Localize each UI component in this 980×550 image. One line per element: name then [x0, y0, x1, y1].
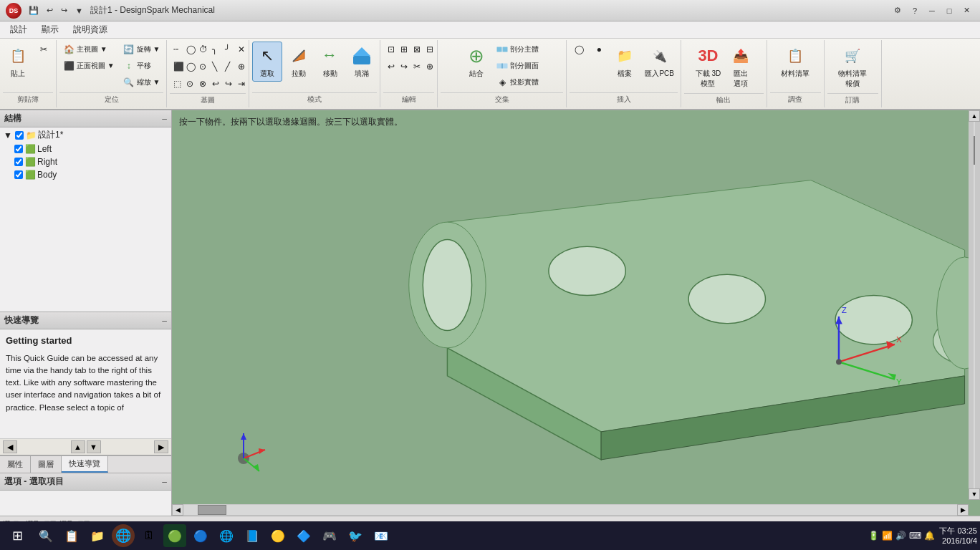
menu-view[interactable]: 顯示 [34, 22, 66, 37]
combine-button[interactable]: ⊕ 結合 [461, 42, 491, 82]
zoom-button[interactable]: 🔍 縮放 ▼ [120, 74, 164, 90]
qat-dropdown[interactable]: ▼ [72, 5, 86, 16]
import-pcb-button[interactable]: 🔌 匯入PCB [641, 42, 678, 82]
viewport[interactable]: 按一下物件。按兩下以選取邊緣迴圈。按三下以選取實體。 [172, 110, 980, 516]
home-view-button[interactable]: 🏠 主視圖 ▼ [59, 42, 118, 57]
pan-button[interactable]: ↕ 平移 [120, 58, 164, 74]
tree-item-left[interactable]: 🟩 Left [0, 143, 171, 155]
split-body-button[interactable]: 剖分主體 [493, 42, 542, 57]
scroll-right-button[interactable]: ▶ [957, 504, 969, 516]
quickguide-next-button[interactable]: ▶ [154, 440, 168, 453]
structure-collapse-button[interactable]: – [162, 114, 167, 124]
quickguide-scroll-up[interactable]: ▲ [71, 440, 85, 453]
taskbar-bird-icon[interactable]: 🐦 [344, 524, 367, 547]
base-tool-4[interactable]: ╮ [208, 42, 220, 57]
taskbar-explorer-icon[interactable]: 📁 [86, 524, 109, 547]
base-tool-1[interactable]: ╌ [170, 42, 181, 57]
base-tool-7[interactable]: ⬛ [170, 59, 181, 74]
base-tool-3[interactable]: ⏱ [196, 42, 207, 57]
fill-button[interactable]: 填滿 [347, 42, 377, 82]
scroll-right-track[interactable] [974, 122, 975, 488]
base-tool-14[interactable]: ⊙ [183, 76, 194, 92]
start-button[interactable]: ⊞ [3, 524, 32, 547]
insert-circle-button[interactable]: ◯ [570, 42, 588, 57]
minimize-button[interactable]: ─ [924, 4, 940, 18]
taskbar-ie-icon[interactable]: 🌐 [215, 524, 238, 547]
quickguide-prev-button[interactable]: ◀ [3, 440, 17, 453]
taskbar-task-view-icon[interactable]: 📋 [60, 524, 83, 547]
quickguide-scroll-down[interactable]: ▼ [87, 440, 101, 453]
base-tool-5[interactable]: ╯ [221, 42, 233, 57]
bom-button[interactable]: 📋 材料清單 [777, 42, 813, 82]
taskbar-search-icon[interactable]: 🔍 [34, 524, 57, 547]
base-tool-6[interactable]: ✕ [234, 42, 246, 57]
tab-properties[interactable]: 屬性 [0, 456, 31, 473]
left-checkbox[interactable] [14, 145, 23, 153]
tab-layers[interactable]: 圖層 [31, 456, 62, 473]
undo-button[interactable]: ↩ [44, 4, 56, 16]
export-options-button[interactable]: 📤 匯出選項 [726, 42, 756, 92]
edit-tool-2[interactable]: ⊞ [397, 42, 408, 57]
project-solid-button[interactable]: ◈ 投影實體 [493, 74, 542, 90]
taskbar-diamond-icon[interactable]: 🔷 [292, 524, 315, 547]
tree-item-right[interactable]: 🟩 Right [0, 155, 171, 168]
taskbar-calendar-icon[interactable]: 🗓 [138, 524, 160, 547]
cut-button[interactable]: ✂ [34, 42, 53, 57]
tree-item-body[interactable]: 🟩 Body [0, 168, 171, 181]
redo-button[interactable]: ↪ [58, 4, 70, 16]
base-tool-11[interactable]: ╱ [221, 59, 233, 74]
edit-tool-3[interactable]: ⊠ [410, 42, 421, 57]
split-face-button[interactable]: 剖分圖面 [493, 58, 542, 74]
save-button[interactable]: 💾 [26, 4, 42, 16]
base-tool-9[interactable]: ⊙ [196, 59, 207, 74]
scroll-right-thumb[interactable] [974, 136, 975, 165]
selection-collapse-button[interactable]: – [162, 477, 167, 487]
pull-button[interactable]: 拉動 [284, 42, 314, 82]
rotate-button[interactable]: 🔄 旋轉 ▼ [120, 42, 164, 57]
scroll-left-button[interactable]: ◀ [172, 504, 183, 516]
edit-tool-5[interactable]: ↩ [384, 59, 395, 74]
scroll-bottom-track[interactable] [183, 505, 957, 515]
base-tool-12[interactable]: ⊕ [234, 59, 246, 74]
menu-help[interactable]: 說明資源 [66, 22, 115, 37]
base-tool-16[interactable]: ↩ [208, 76, 220, 92]
edit-tool-6[interactable]: ↪ [397, 59, 408, 74]
base-tool-2[interactable]: ◯ [183, 42, 194, 57]
select-mode-button[interactable]: ↖ 選取 [252, 42, 282, 82]
viewport-scrollbar-bottom[interactable]: ◀ ▶ [172, 504, 969, 516]
move-button[interactable]: ↔ 移動 [315, 42, 345, 82]
help-icon[interactable]: ? [907, 4, 923, 18]
viewport-scrollbar-right[interactable]: ▲ ▼ [969, 110, 980, 500]
tree-item-design1[interactable]: ▼ 📁 設計1* [0, 127, 171, 143]
insert-dot-button[interactable]: ● [590, 42, 608, 57]
right-checkbox[interactable] [14, 158, 23, 166]
notification-icon[interactable]: 🔔 [924, 531, 935, 541]
taskbar-blue-icon[interactable]: 🔵 [189, 524, 212, 547]
scroll-up-button[interactable]: ▲ [969, 110, 980, 122]
base-tool-13[interactable]: ⬚ [170, 76, 181, 92]
menu-design[interactable]: 設計 [3, 22, 34, 37]
quickguide-collapse-button[interactable]: – [162, 316, 167, 326]
scroll-down-button[interactable]: ▼ [969, 488, 980, 500]
taskbar-green-icon[interactable]: 🟢 [163, 524, 186, 547]
edit-tool-8[interactable]: ⊕ [423, 59, 434, 74]
taskbar-chrome-icon[interactable]: 🌐 [112, 524, 135, 547]
taskbar-game-icon[interactable]: 🎮 [318, 524, 341, 547]
taskbar-yellow-icon[interactable]: 🟡 [266, 524, 289, 547]
base-tool-10[interactable]: ╲ [208, 59, 220, 74]
close-button[interactable]: ✕ [959, 4, 974, 18]
edit-tool-7[interactable]: ✂ [410, 59, 421, 74]
base-tool-8[interactable]: ◯ [183, 59, 194, 74]
scroll-bottom-thumb[interactable] [198, 505, 226, 515]
paste-button[interactable]: 📋 貼上 [3, 42, 33, 82]
download-3d-button[interactable]: 3D 下載 3D模型 [692, 42, 725, 92]
maximize-button[interactable]: □ [941, 4, 957, 18]
file-button[interactable]: 📁 檔案 [610, 42, 640, 82]
base-tool-18[interactable]: ⇥ [234, 76, 246, 92]
base-tool-15[interactable]: ⊗ [196, 76, 207, 92]
taskbar-extra-icon[interactable]: 📧 [370, 524, 393, 547]
base-tool-17[interactable]: ↪ [221, 76, 233, 92]
taskbar-facebook-icon[interactable]: 📘 [241, 524, 264, 547]
tab-quickguide[interactable]: 快速導覽 [62, 456, 108, 473]
body-checkbox[interactable] [14, 170, 23, 179]
